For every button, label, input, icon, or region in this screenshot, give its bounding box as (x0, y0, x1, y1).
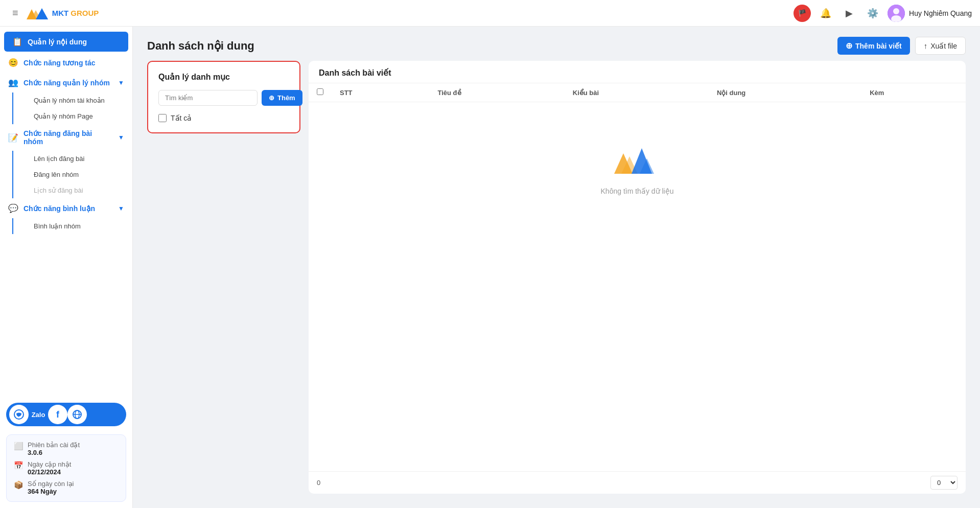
empty-text: Không tìm thấy dữ liệu (601, 187, 674, 195)
left-panel-title: Quản lý danh mục (158, 72, 289, 82)
right-panel: Danh sách bài viết STT (309, 61, 966, 494)
table-footer: 0 0 10 25 50 (309, 471, 966, 494)
avatar-image (888, 5, 905, 22)
chevron-down-icon-2: ▼ (118, 134, 124, 141)
app-header: ≡ MKT GROUP 🏴 🔔 ▶ ⚙️ (0, 0, 980, 27)
header-actions: ⊕ Thêm bài viết ↑ Xuất file (837, 37, 966, 55)
avatar (888, 5, 905, 22)
sidebar-item-label: Chức năng tương tác (24, 59, 96, 67)
user-info[interactable]: Huy Nghiêm Quang (888, 5, 972, 22)
sidebar-sub-item-label: Quản lý nhóm tài khoản (34, 97, 105, 104)
search-input[interactable] (158, 90, 258, 106)
sidebar-sub-item-lich-su-dang-bai[interactable]: Lịch sử đăng bài (12, 182, 132, 198)
logo[interactable]: MKT GROUP (27, 5, 99, 21)
update-label: Ngày cập nhật (28, 460, 71, 468)
notification-button[interactable]: 🔔 (817, 5, 834, 22)
user-name: Huy Nghiêm Quang (909, 9, 972, 17)
facebook-social-button[interactable]: f (48, 405, 67, 424)
sidebar-nav: 📋 Quản lý nội dung 😊 Chức năng tương tác… (0, 27, 132, 399)
sidebar-item-quan-ly-noi-dung[interactable]: 📋 Quản lý nội dung (4, 32, 128, 52)
sidebar-item-chuc-nang-binh-luan[interactable]: 💬 Chức năng bình luận ▼ (0, 198, 132, 218)
sidebar-toggle-button[interactable]: ≡ (8, 5, 22, 21)
empty-state-icon (614, 143, 660, 179)
th-kieu-bai: Kiểu bài (565, 83, 709, 102)
empty-state: Không tìm thấy dữ liệu (309, 102, 966, 236)
left-panel: Quản lý danh mục ⊕ Thêm Tất cả (147, 61, 300, 133)
version-value: 3.0.6 (28, 449, 80, 456)
sidebar: 📋 Quản lý nội dung 😊 Chức năng tương tác… (0, 27, 133, 508)
sidebar-sub-item-label: Bình luận nhóm (34, 222, 81, 230)
chat-social-icon (14, 409, 24, 420)
table-header-row: STT Tiêu đề Kiểu bài Nội dung (309, 83, 966, 102)
flag-button[interactable]: 🏴 (794, 5, 811, 22)
sidebar-sub-item-label: Quản lý nhóm Page (34, 112, 93, 120)
version-row-update: 📅 Ngày cập nhật 02/12/2024 (14, 460, 119, 476)
version-label: Phiên bản cài đặt (28, 441, 80, 449)
export-file-button[interactable]: ↑ Xuất file (915, 37, 966, 55)
sidebar-sub-item-quan-ly-nhom-page[interactable]: Quản lý nhóm Page (12, 108, 132, 124)
sidebar-item-label: Chức năng quản lý nhóm (24, 79, 110, 87)
sidebar-sub-item-binh-luan-nhom[interactable]: Bình luận nhóm (12, 218, 132, 234)
sidebar-item-label: Quản lý nội dung (28, 38, 87, 46)
play-button[interactable]: ▶ (841, 5, 858, 22)
table-select-all-checkbox[interactable] (317, 88, 323, 95)
sidebar-item-label: Chức năng đăng bài nhóm (24, 129, 113, 146)
settings-button[interactable]: ⚙️ (864, 5, 881, 22)
chat-social-button[interactable] (9, 405, 29, 424)
sidebar-sub-item-dang-len-nhom[interactable]: Đăng lên nhóm (12, 167, 132, 182)
checkbox-all-row: Tất cả (158, 114, 289, 122)
sidebar-sub-item-len-lich-dang-bai[interactable]: Lên lịch đăng bài (12, 151, 132, 167)
export-icon: ↑ (924, 41, 928, 50)
sidebar-item-chuc-nang-quan-ly-nhom[interactable]: 👥 Chức năng quản lý nhóm ▼ (0, 73, 132, 93)
select-all-label[interactable]: Tất cả (171, 114, 192, 122)
table-head: STT Tiêu đề Kiểu bài Nội dung (309, 83, 966, 102)
th-tieu-de: Tiêu đề (430, 83, 565, 102)
header-right: 🏴 🔔 ▶ ⚙️ Huy Nghiêm Quang (794, 5, 972, 22)
add-category-button[interactable]: ⊕ Thêm (262, 90, 302, 106)
total-count: 0 (317, 479, 320, 487)
post-icon: 📝 (8, 133, 18, 143)
plus-icon: ⊕ (269, 94, 274, 102)
sidebar-item-label: Chức năng bình luận (24, 204, 95, 213)
th-noi-dung: Nội dung (709, 83, 861, 102)
select-all-checkbox[interactable] (158, 114, 167, 122)
version-row-version: ⬜ Phiên bản cài đặt 3.0.6 (14, 441, 119, 456)
sidebar-sub-item-label: Lịch sử đăng bài (34, 187, 83, 194)
version-row-days: 📦 Số ngày còn lại 364 Ngày (14, 480, 119, 495)
box-icon: 📦 (14, 480, 24, 490)
sidebar-sub-item-label: Lên lịch đăng bài (34, 155, 84, 163)
calendar-icon: 📅 (14, 461, 24, 470)
globe-social-button[interactable] (67, 405, 87, 424)
globe-social-icon (72, 409, 82, 420)
update-value: 02/12/2024 (28, 468, 71, 476)
content-panels: Quản lý danh mục ⊕ Thêm Tất cả Danh sách… (133, 61, 980, 508)
main-content: Danh sách nội dung ⊕ Thêm bài viết ↑ Xuấ… (133, 27, 980, 508)
table-container: STT Tiêu đề Kiểu bài Nội dung (309, 83, 966, 471)
days-value: 364 Ngày (28, 488, 74, 495)
th-kem: Kèm (861, 83, 966, 102)
copy-icon: ⬜ (14, 442, 24, 451)
chevron-down-icon: ▼ (118, 79, 124, 86)
days-label: Số ngày còn lại (28, 480, 74, 488)
comment-icon: 💬 (8, 203, 18, 213)
sidebar-item-chuc-nang-dang-bai-nhom[interactable]: 📝 Chức năng đăng bài nhóm ▼ (0, 124, 132, 151)
th-checkbox (309, 83, 332, 102)
sidebar-item-chuc-nang-tuong-tac[interactable]: 😊 Chức năng tương tác (0, 53, 132, 73)
pagination-row: 0 10 25 50 (930, 476, 958, 490)
search-row: ⊕ Thêm (158, 90, 289, 106)
pagination-select[interactable]: 0 10 25 50 (930, 476, 958, 490)
zalo-social-button[interactable]: Zalo (29, 405, 48, 424)
interact-icon: 😊 (8, 58, 18, 67)
header-left: ≡ MKT GROUP (8, 5, 99, 21)
social-buttons-row: Zalo f (6, 403, 126, 426)
content-icon: 📋 (12, 37, 22, 47)
app-layout: 📋 Quản lý nội dung 😊 Chức năng tương tác… (0, 27, 980, 508)
add-post-button[interactable]: ⊕ Thêm bài viết (837, 37, 910, 55)
th-stt: STT (332, 83, 430, 102)
group-mgmt-icon: 👥 (8, 78, 18, 87)
plus-circle-icon: ⊕ (846, 41, 852, 51)
sidebar-sub-item-quan-ly-nhom-tai-khoan[interactable]: Quản lý nhóm tài khoản (12, 93, 132, 108)
logo-icon (27, 5, 49, 21)
page-title: Danh sách nội dung (147, 39, 254, 53)
posts-table: STT Tiêu đề Kiểu bài Nội dung (309, 83, 966, 102)
